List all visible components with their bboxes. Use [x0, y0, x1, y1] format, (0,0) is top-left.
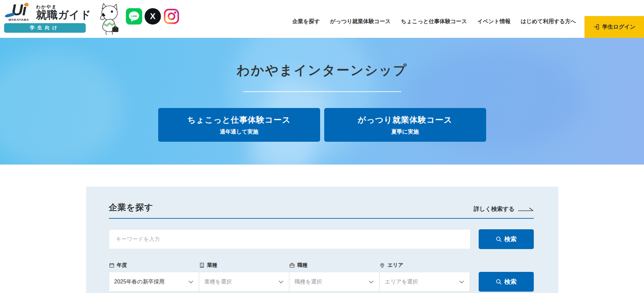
student-badge: 学生向け [4, 23, 86, 33]
area-select-value: エリアを選択 [385, 278, 418, 286]
search-panel-title: 企業を探す [109, 202, 153, 213]
map-pin-icon [379, 262, 385, 268]
filter-label-jobtype: 職種 [289, 262, 379, 268]
x-icon: X [145, 8, 161, 25]
detailed-search-label: 詳しく検索する [474, 205, 515, 213]
search-icon [496, 279, 502, 285]
line-link[interactable]: LINE [126, 8, 142, 25]
building-icon [199, 262, 205, 268]
gattsuri-course-button[interactable]: がっつり就業体験コース 夏季に実施 [324, 108, 486, 142]
course-button-label: ちょこっと仕事体験コース [187, 114, 291, 125]
detailed-search-link[interactable]: 詳しく検索する [474, 205, 534, 213]
nav-search-companies[interactable]: 企業を探す [292, 13, 320, 25]
year-select[interactable]: 2025年春の新卒採用 [109, 272, 199, 291]
chevron-down-icon [459, 280, 464, 283]
filter-label-text: 職種 [297, 262, 308, 268]
filter-label-text: 年度 [117, 262, 127, 268]
nav-gattsuri-course[interactable]: がっつり就業体験コース [330, 13, 391, 25]
industry-select-value: 業種を選択 [204, 278, 232, 286]
logo-kana: わかやま [36, 4, 91, 9]
chevron-down-icon [188, 280, 193, 283]
chevron-down-icon [279, 280, 283, 283]
filter-label-text: 業種 [207, 262, 217, 268]
x-link[interactable]: X [145, 8, 161, 25]
hero-underline [243, 91, 401, 92]
login-icon [593, 24, 600, 30]
area-select[interactable]: エリアを選択 [380, 272, 469, 291]
briefcase-icon [289, 262, 295, 268]
search-button-label: 検索 [505, 278, 517, 286]
industry-select[interactable]: 業種を選択 [199, 272, 290, 291]
brand-orange-dot [25, 3, 29, 6]
hero-section: わかやまインターンシップ ちょこっと仕事体験コース 通年通して実施 がっつり就業… [0, 38, 644, 165]
student-login-button[interactable]: 学生ログイン [584, 16, 644, 38]
filter-search-button[interactable]: 検索 [479, 272, 534, 292]
course-button-sub: 夏季に実施 [391, 128, 418, 136]
course-button-label: がっつり就業体験コース [358, 114, 452, 125]
logo-title: 就職ガイド [36, 9, 91, 21]
social-links: LINE X [126, 8, 180, 25]
jobtype-select-value: 職種を選択 [295, 278, 322, 286]
search-button-label: 検索 [505, 235, 517, 243]
chevron-down-icon [369, 280, 374, 283]
mascot-character [96, 3, 120, 37]
keyword-search-button[interactable]: 検索 [479, 229, 534, 249]
nav-chokotto-course[interactable]: ちょこっと仕事体験コース [401, 13, 467, 25]
instagram-link[interactable] [163, 8, 180, 25]
login-label: 学生ログイン [602, 24, 635, 31]
brand-mark: Ui WAKAYAMA [4, 2, 33, 21]
site-header: Ui WAKAYAMA わかやま 就職ガイド 学生向け [0, 0, 644, 38]
course-button-sub: 通年通して実施 [220, 128, 258, 136]
arrow-right-icon [518, 207, 534, 211]
nav-event-info[interactable]: イベント情報 [477, 13, 511, 25]
filter-label-industry: 業種 [199, 262, 289, 268]
nav-first-time[interactable]: はじめて利用する方へ [521, 13, 576, 25]
chokotto-course-button[interactable]: ちょこっと仕事体験コース 通年通して実施 [158, 108, 320, 142]
main-nav: 企業を探す がっつり就業体験コース ちょこっと仕事体験コース イベント情報 はじ… [292, 0, 576, 38]
year-select-value: 2025年春の新卒採用 [114, 278, 165, 286]
search-icon [496, 236, 502, 242]
instagram-icon [163, 8, 180, 25]
jobtype-select[interactable]: 職種を選択 [290, 272, 380, 291]
company-search-panel: 企業を探す 詳しく検索する 検索 [86, 187, 558, 293]
filter-label-text: エリア [387, 262, 403, 268]
brand-wakayama-text: WAKAYAMA [4, 18, 33, 21]
svg-text:X: X [150, 12, 155, 21]
panel-divider [109, 218, 534, 219]
keyword-input[interactable] [109, 229, 470, 249]
hero-title: わかやまインターンシップ [0, 38, 644, 79]
filter-label-area: エリア [379, 262, 469, 268]
line-icon: LINE [126, 8, 142, 25]
site-logo[interactable]: Ui WAKAYAMA わかやま 就職ガイド 学生向け [4, 2, 91, 33]
svg-text:LINE: LINE [131, 15, 137, 18]
filter-label-year: 年度 [109, 262, 199, 268]
calendar-icon [109, 262, 115, 268]
